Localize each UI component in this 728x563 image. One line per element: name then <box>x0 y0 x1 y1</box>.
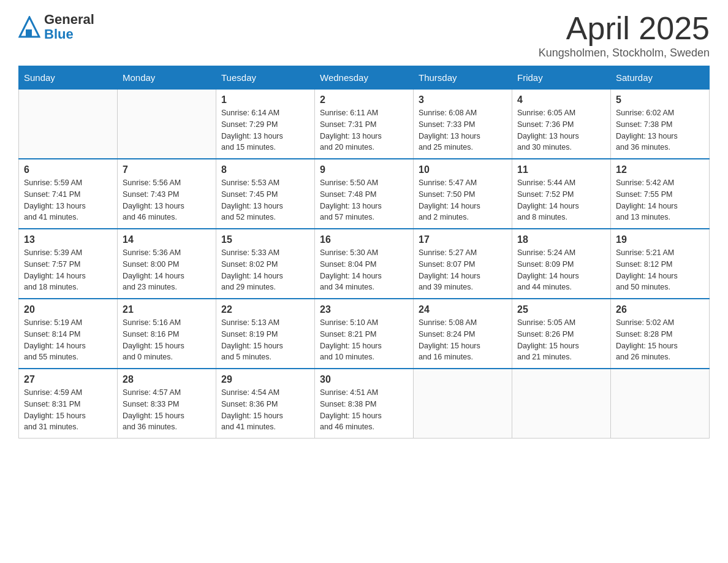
calendar-cell <box>512 369 611 439</box>
calendar-cell: 20Sunrise: 5:19 AMSunset: 8:14 PMDayligh… <box>19 299 118 369</box>
day-number: 24 <box>419 304 507 315</box>
weekday-header-tuesday: Tuesday <box>216 66 315 90</box>
day-info: Sunrise: 4:57 AMSunset: 8:33 PMDaylight:… <box>123 387 211 433</box>
calendar-cell: 16Sunrise: 5:30 AMSunset: 8:04 PMDayligh… <box>315 229 414 299</box>
day-info: Sunrise: 6:14 AMSunset: 7:29 PMDaylight:… <box>221 107 309 153</box>
day-number: 27 <box>24 374 112 385</box>
calendar-cell: 13Sunrise: 5:39 AMSunset: 7:57 PMDayligh… <box>19 229 118 299</box>
calendar-cell: 22Sunrise: 5:13 AMSunset: 8:19 PMDayligh… <box>216 299 315 369</box>
calendar-week-row: 20Sunrise: 5:19 AMSunset: 8:14 PMDayligh… <box>19 299 710 369</box>
calendar-cell: 14Sunrise: 5:36 AMSunset: 8:00 PMDayligh… <box>118 229 216 299</box>
calendar-cell <box>118 90 216 159</box>
day-number: 23 <box>320 304 408 315</box>
calendar-table: SundayMondayTuesdayWednesdayThursdayFrid… <box>18 66 710 439</box>
calendar-cell: 27Sunrise: 4:59 AMSunset: 8:31 PMDayligh… <box>19 369 118 439</box>
weekday-header-monday: Monday <box>118 66 216 90</box>
day-number: 12 <box>616 164 704 175</box>
calendar-cell: 10Sunrise: 5:47 AMSunset: 7:50 PMDayligh… <box>414 159 512 229</box>
logo-text: General Blue <box>44 12 94 42</box>
logo: General Blue <box>18 12 94 42</box>
day-info: Sunrise: 5:50 AMSunset: 7:48 PMDaylight:… <box>320 177 408 223</box>
day-info: Sunrise: 5:47 AMSunset: 7:50 PMDaylight:… <box>419 177 507 223</box>
day-info: Sunrise: 5:10 AMSunset: 8:21 PMDaylight:… <box>320 317 408 363</box>
day-number: 4 <box>517 94 605 105</box>
logo-blue: Blue <box>44 27 94 42</box>
calendar-cell: 21Sunrise: 5:16 AMSunset: 8:16 PMDayligh… <box>118 299 216 369</box>
day-number: 20 <box>24 304 112 315</box>
calendar-cell <box>19 90 118 159</box>
day-number: 13 <box>24 234 112 245</box>
title-area: April 2025 Kungsholmen, Stockholm, Swede… <box>539 12 710 59</box>
day-number: 11 <box>517 164 605 175</box>
day-info: Sunrise: 5:53 AMSunset: 7:45 PMDaylight:… <box>221 177 309 223</box>
day-info: Sunrise: 5:44 AMSunset: 7:52 PMDaylight:… <box>517 177 605 223</box>
day-number: 10 <box>419 164 507 175</box>
day-info: Sunrise: 5:39 AMSunset: 7:57 PMDaylight:… <box>24 247 112 293</box>
day-number: 28 <box>123 374 211 385</box>
calendar-cell: 5Sunrise: 6:02 AMSunset: 7:38 PMDaylight… <box>611 90 710 159</box>
calendar-cell: 18Sunrise: 5:24 AMSunset: 8:09 PMDayligh… <box>512 229 611 299</box>
day-number: 3 <box>419 94 507 105</box>
day-number: 2 <box>320 94 408 105</box>
calendar-cell: 3Sunrise: 6:08 AMSunset: 7:33 PMDaylight… <box>414 90 512 159</box>
day-info: Sunrise: 6:11 AMSunset: 7:31 PMDaylight:… <box>320 107 408 153</box>
day-number: 14 <box>123 234 211 245</box>
calendar-cell: 2Sunrise: 6:11 AMSunset: 7:31 PMDaylight… <box>315 90 414 159</box>
day-number: 8 <box>221 164 309 175</box>
calendar-cell: 28Sunrise: 4:57 AMSunset: 8:33 PMDayligh… <box>118 369 216 439</box>
day-number: 29 <box>221 374 309 385</box>
page-header: General Blue April 2025 Kungsholmen, Sto… <box>18 12 710 59</box>
day-number: 6 <box>24 164 112 175</box>
day-info: Sunrise: 5:24 AMSunset: 8:09 PMDaylight:… <box>517 247 605 293</box>
month-title: April 2025 <box>539 12 710 44</box>
calendar-week-row: 6Sunrise: 5:59 AMSunset: 7:41 PMDaylight… <box>19 159 710 229</box>
weekday-header-row: SundayMondayTuesdayWednesdayThursdayFrid… <box>19 66 710 90</box>
location-subtitle: Kungsholmen, Stockholm, Sweden <box>539 47 710 59</box>
day-info: Sunrise: 4:51 AMSunset: 8:38 PMDaylight:… <box>320 387 408 433</box>
day-number: 15 <box>221 234 309 245</box>
calendar-cell: 25Sunrise: 5:05 AMSunset: 8:26 PMDayligh… <box>512 299 611 369</box>
day-info: Sunrise: 5:08 AMSunset: 8:24 PMDaylight:… <box>419 317 507 363</box>
logo-icon <box>18 16 40 38</box>
day-number: 30 <box>320 374 408 385</box>
day-info: Sunrise: 5:36 AMSunset: 8:00 PMDaylight:… <box>123 247 211 293</box>
calendar-cell: 29Sunrise: 4:54 AMSunset: 8:36 PMDayligh… <box>216 369 315 439</box>
calendar-week-row: 13Sunrise: 5:39 AMSunset: 7:57 PMDayligh… <box>19 229 710 299</box>
calendar-cell: 26Sunrise: 5:02 AMSunset: 8:28 PMDayligh… <box>611 299 710 369</box>
day-number: 18 <box>517 234 605 245</box>
calendar-cell: 7Sunrise: 5:56 AMSunset: 7:43 PMDaylight… <box>118 159 216 229</box>
day-info: Sunrise: 5:59 AMSunset: 7:41 PMDaylight:… <box>24 177 112 223</box>
day-info: Sunrise: 6:08 AMSunset: 7:33 PMDaylight:… <box>419 107 507 153</box>
day-number: 19 <box>616 234 704 245</box>
weekday-header-friday: Friday <box>512 66 611 90</box>
day-info: Sunrise: 6:02 AMSunset: 7:38 PMDaylight:… <box>616 107 704 153</box>
day-number: 1 <box>221 94 309 105</box>
weekday-header-thursday: Thursday <box>414 66 512 90</box>
calendar-week-row: 1Sunrise: 6:14 AMSunset: 7:29 PMDaylight… <box>19 90 710 159</box>
svg-marker-1 <box>26 29 32 37</box>
calendar-cell: 15Sunrise: 5:33 AMSunset: 8:02 PMDayligh… <box>216 229 315 299</box>
day-number: 17 <box>419 234 507 245</box>
day-info: Sunrise: 5:56 AMSunset: 7:43 PMDaylight:… <box>123 177 211 223</box>
weekday-header-saturday: Saturday <box>611 66 710 90</box>
calendar-cell: 4Sunrise: 6:05 AMSunset: 7:36 PMDaylight… <box>512 90 611 159</box>
calendar-cell <box>414 369 512 439</box>
day-info: Sunrise: 5:42 AMSunset: 7:55 PMDaylight:… <box>616 177 704 223</box>
day-number: 26 <box>616 304 704 315</box>
weekday-header-sunday: Sunday <box>19 66 118 90</box>
logo-general: General <box>44 12 94 27</box>
weekday-header-wednesday: Wednesday <box>315 66 414 90</box>
calendar-cell: 23Sunrise: 5:10 AMSunset: 8:21 PMDayligh… <box>315 299 414 369</box>
calendar-cell: 30Sunrise: 4:51 AMSunset: 8:38 PMDayligh… <box>315 369 414 439</box>
day-info: Sunrise: 4:59 AMSunset: 8:31 PMDaylight:… <box>24 387 112 433</box>
day-info: Sunrise: 5:30 AMSunset: 8:04 PMDaylight:… <box>320 247 408 293</box>
day-number: 5 <box>616 94 704 105</box>
day-info: Sunrise: 5:33 AMSunset: 8:02 PMDaylight:… <box>221 247 309 293</box>
day-info: Sunrise: 5:27 AMSunset: 8:07 PMDaylight:… <box>419 247 507 293</box>
calendar-cell: 8Sunrise: 5:53 AMSunset: 7:45 PMDaylight… <box>216 159 315 229</box>
day-info: Sunrise: 5:05 AMSunset: 8:26 PMDaylight:… <box>517 317 605 363</box>
day-info: Sunrise: 5:13 AMSunset: 8:19 PMDaylight:… <box>221 317 309 363</box>
day-number: 9 <box>320 164 408 175</box>
calendar-cell: 6Sunrise: 5:59 AMSunset: 7:41 PMDaylight… <box>19 159 118 229</box>
calendar-cell: 9Sunrise: 5:50 AMSunset: 7:48 PMDaylight… <box>315 159 414 229</box>
